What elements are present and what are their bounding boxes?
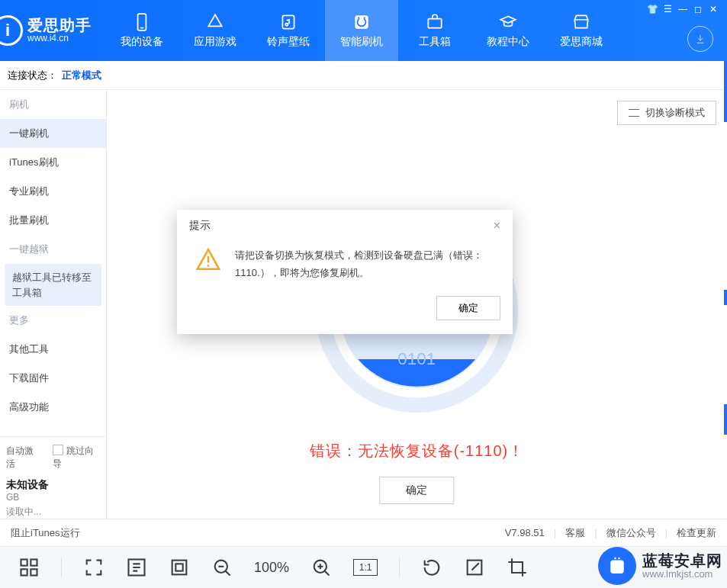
zoom-out-icon[interactable] (211, 557, 233, 578)
watermark-name: 蓝莓安卓网 (642, 552, 722, 569)
shirt-icon[interactable]: 👕 (645, 3, 660, 15)
app-footer: 阻止iTunes运行 V7.98.51 | 客服 | 微信公众号 | 检查更新 (0, 519, 727, 546)
nav-label: 应用游戏 (194, 35, 236, 49)
phone-icon (132, 12, 152, 32)
watermark-sub: www.lmkjst.com (642, 569, 722, 580)
svg-rect-16 (175, 564, 182, 570)
sidebar: 刷机 一键刷机 iTunes刷机 专业刷机 批量刷机 一键越狱 越狱工具已转移至… (0, 90, 107, 519)
dialog-message: 请把设备切换为恢复模式，检测到设备硬盘已满（错误：1110.），即将为您修复刷机… (235, 246, 494, 282)
sidebar-item-oneclick[interactable]: 一键刷机 (0, 119, 106, 148)
nav-tutorial[interactable]: 教程中心 (471, 0, 545, 61)
nav-label: 铃声壁纸 (267, 35, 310, 49)
sidebar-item-firmware[interactable]: 下载固件 (0, 364, 106, 393)
ocr-icon[interactable] (126, 557, 147, 578)
maximize-button[interactable]: ◻ (690, 3, 706, 15)
sidebar-cat-flash: 刷机 (0, 90, 106, 119)
device-capacity: GB (6, 492, 100, 503)
crop-icon[interactable] (507, 557, 528, 578)
status-label: 连接状态： (8, 69, 57, 82)
svg-text:0101: 0101 (398, 349, 436, 368)
warning-icon (195, 246, 221, 272)
svg-rect-10 (21, 560, 27, 566)
grid-icon[interactable] (18, 557, 40, 578)
footer-left: 阻止iTunes运行 (11, 526, 505, 540)
download-icon[interactable] (687, 26, 713, 52)
svg-point-29 (618, 557, 620, 560)
list-icon[interactable]: ☰ (660, 3, 675, 15)
status-bar: 连接状态： 正常模式 (0, 61, 727, 90)
nav-label: 爱思商城 (560, 35, 603, 49)
sidebar-item-batch[interactable]: 批量刷机 (0, 206, 106, 235)
music-icon (278, 12, 298, 32)
footer-version: V7.98.51 (505, 527, 545, 538)
brand: i 爱思助手 www.i4.cn (0, 0, 92, 61)
brand-name: 爱思助手 (27, 17, 92, 34)
footer-update[interactable]: 检查更新 (677, 526, 716, 540)
nav-device[interactable]: 我的设备 (105, 0, 179, 61)
footer-wechat[interactable]: 微信公众号 (606, 526, 656, 540)
fullscreen-icon[interactable] (83, 557, 105, 578)
svg-point-28 (614, 557, 616, 560)
dialog-title: 提示 (189, 219, 211, 233)
minimize-button[interactable]: — (675, 3, 690, 15)
close-button[interactable]: ✕ (706, 3, 721, 15)
nav-mall[interactable]: 爱思商城 (545, 0, 618, 61)
actual-size-icon[interactable]: 1:1 (353, 559, 378, 576)
footer-service[interactable]: 客服 (565, 526, 585, 540)
device-reading: 读取中... (6, 506, 100, 519)
brand-logo-icon: i (0, 15, 23, 46)
toolbox-icon (425, 12, 445, 32)
sidebar-item-pro[interactable]: 专业刷机 (0, 177, 106, 206)
checkbox-icon (53, 445, 63, 455)
sidebar-item-adv[interactable]: 高级功能 (0, 393, 106, 422)
store-icon (571, 12, 591, 32)
nav-flash[interactable]: 智能刷机 (325, 0, 398, 61)
svg-line-19 (226, 571, 230, 576)
diag-label: 切换诊断模式 (645, 106, 705, 120)
nav-ringtone[interactable]: 铃声壁纸 (252, 0, 325, 61)
svg-rect-5 (428, 19, 441, 28)
status-value: 正常模式 (62, 69, 101, 82)
svg-rect-12 (21, 569, 27, 575)
svg-rect-15 (172, 561, 187, 575)
window-controls: 👕 ☰ — ◻ ✕ (645, 3, 721, 15)
auto-activate-label: 自动激活 (6, 445, 40, 471)
svg-rect-2 (282, 15, 294, 28)
svg-point-26 (207, 265, 210, 267)
refresh-icon (352, 12, 372, 32)
nav-label: 智能刷机 (340, 35, 383, 49)
nav-label: 我的设备 (121, 35, 163, 49)
svg-rect-13 (31, 569, 37, 575)
svg-line-23 (325, 571, 330, 576)
dialog-ok-button[interactable]: 确定 (436, 296, 500, 320)
sidebar-item-other[interactable]: 其他工具 (0, 335, 106, 364)
nav-toolbox[interactable]: 工具箱 (398, 0, 471, 61)
top-nav: 我的设备 应用游戏 铃声壁纸 智能刷机 工具箱 教程中心 爱思商城 (105, 0, 618, 61)
nav-label: 工具箱 (419, 35, 451, 49)
nav-label: 教程中心 (487, 35, 529, 49)
zoom-level: 100% (254, 560, 289, 576)
svg-rect-11 (31, 560, 37, 566)
rotate-icon[interactable] (421, 557, 442, 578)
zoom-in-icon[interactable] (310, 557, 332, 578)
sidebar-note-jailbreak: 越狱工具已转移至工具箱 (5, 264, 101, 306)
fit-icon[interactable] (169, 557, 190, 578)
sidebar-bottom: 自动激活 跳过向导 未知设备 GB 读取中... (0, 436, 106, 519)
skip-wizard-toggle[interactable]: 跳过向导 (53, 445, 100, 471)
alert-dialog: 提示 × 请把设备切换为恢复模式，检测到设备硬盘已满（错误：1110.），即将为… (177, 210, 513, 334)
sidebar-cat-jailbreak: 一键越狱 (0, 235, 106, 264)
dialog-close-button[interactable]: × (494, 219, 500, 233)
graduation-icon (498, 12, 518, 32)
app-header: i 爱思助手 www.i4.cn 我的设备 应用游戏 铃声壁纸 智能刷机 工具箱 (0, 0, 727, 61)
brand-sub: www.i4.cn (27, 34, 92, 43)
svg-point-3 (285, 24, 288, 26)
confirm-button[interactable]: 确定 (379, 477, 454, 504)
edit-icon[interactable] (464, 557, 485, 578)
watermark: 蓝莓安卓网 www.lmkjst.com (598, 547, 722, 585)
switch-diag-button[interactable]: 切换诊断模式 (617, 101, 716, 125)
apps-icon (205, 12, 225, 32)
device-name: 未知设备 (6, 478, 100, 492)
sidebar-item-itunes[interactable]: iTunes刷机 (0, 148, 106, 177)
error-text: 错误：无法恢复设备(-1110)！ (310, 441, 524, 461)
nav-apps[interactable]: 应用游戏 (179, 0, 252, 61)
